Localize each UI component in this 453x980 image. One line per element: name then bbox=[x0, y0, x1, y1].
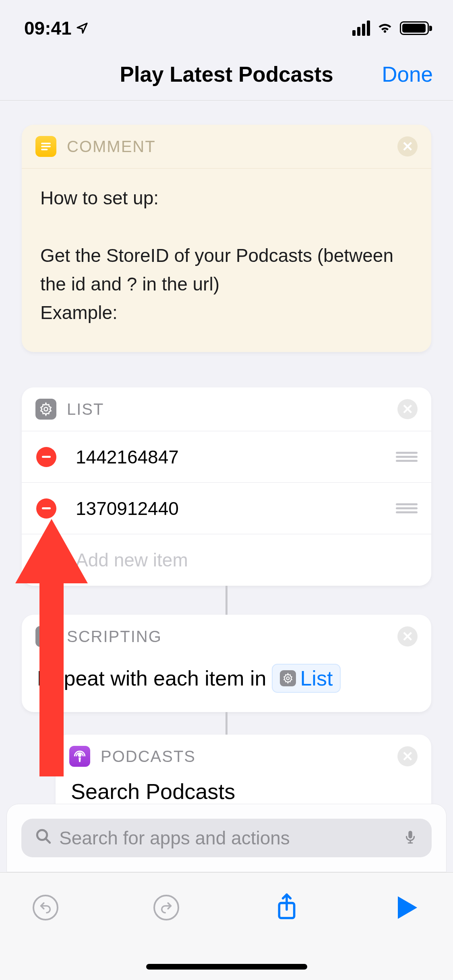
remove-item-button[interactable] bbox=[36, 447, 56, 467]
comment-label: COMMENT bbox=[67, 138, 156, 156]
svg-point-4 bbox=[44, 635, 48, 638]
wifi-icon bbox=[376, 21, 394, 35]
svg-point-5 bbox=[287, 677, 290, 680]
home-indicator bbox=[146, 964, 307, 970]
scripting-label: SCRIPTING bbox=[67, 628, 162, 646]
drag-handle-icon[interactable] bbox=[396, 452, 418, 462]
remove-search-podcasts-button[interactable]: ✕ bbox=[397, 746, 418, 766]
location-icon bbox=[76, 17, 89, 39]
redo-button[interactable] bbox=[152, 894, 180, 922]
cellular-icon bbox=[352, 21, 370, 36]
podcasts-label: PODCASTS bbox=[101, 747, 196, 766]
minus-icon bbox=[42, 456, 51, 458]
list-item-value[interactable]: 1442164847 bbox=[76, 446, 382, 468]
play-icon bbox=[398, 896, 417, 919]
undo-button[interactable] bbox=[31, 894, 60, 922]
svg-point-3 bbox=[44, 408, 48, 411]
remove-comment-button[interactable]: ✕ bbox=[397, 136, 418, 156]
list-action-card[interactable]: LIST ✕ 1442164847 1370912440 bbox=[22, 387, 431, 586]
list-item[interactable]: 1370912440 bbox=[22, 483, 431, 534]
search-icon bbox=[35, 827, 52, 849]
microphone-icon[interactable] bbox=[403, 828, 418, 848]
remove-list-button[interactable]: ✕ bbox=[397, 399, 418, 419]
add-item-row[interactable]: Add new item bbox=[22, 534, 431, 586]
pill-label: List bbox=[300, 666, 333, 690]
undo-icon bbox=[33, 895, 58, 920]
close-icon: ✕ bbox=[402, 401, 413, 417]
search-placeholder: Search for apps and actions bbox=[59, 827, 403, 849]
done-button[interactable]: Done bbox=[382, 62, 433, 86]
gear-icon bbox=[35, 626, 56, 647]
search-panel[interactable]: Search for apps and actions bbox=[6, 804, 447, 872]
share-button[interactable] bbox=[273, 894, 301, 922]
status-bar: 09:41 bbox=[0, 0, 453, 48]
repeat-action-card[interactable]: SCRIPTING ✕ Repeat with each item in Lis… bbox=[22, 615, 431, 712]
svg-rect-9 bbox=[408, 831, 412, 838]
gear-icon bbox=[280, 670, 296, 686]
minus-icon bbox=[42, 507, 51, 509]
comment-action-card[interactable]: COMMENT ✕ How to set up: Get the StoreID… bbox=[22, 125, 431, 352]
list-label: LIST bbox=[67, 400, 104, 418]
repeat-text: Repeat with each item in bbox=[37, 666, 266, 690]
list-item-value[interactable]: 1370912440 bbox=[76, 498, 382, 519]
redo-icon bbox=[153, 895, 179, 920]
remove-repeat-button[interactable]: ✕ bbox=[397, 626, 418, 646]
battery-icon bbox=[400, 21, 429, 35]
close-icon: ✕ bbox=[402, 628, 413, 644]
gear-icon bbox=[35, 399, 56, 420]
share-icon bbox=[275, 893, 298, 922]
add-item-placeholder: Add new item bbox=[76, 549, 418, 571]
search-field[interactable]: Search for apps and actions bbox=[21, 819, 432, 857]
connector-line bbox=[225, 712, 228, 735]
comment-text[interactable]: How to set up: Get the StoreID of your P… bbox=[22, 169, 431, 352]
status-time: 09:41 bbox=[24, 17, 72, 39]
comment-icon bbox=[35, 136, 56, 157]
connector-line bbox=[225, 586, 228, 615]
list-item[interactable]: 1442164847 bbox=[22, 431, 431, 483]
drag-handle-icon[interactable] bbox=[396, 503, 418, 513]
add-item-button[interactable] bbox=[36, 550, 56, 570]
page-title: Play Latest Podcasts bbox=[120, 62, 333, 86]
svg-point-6 bbox=[79, 754, 81, 757]
nav-bar: Play Latest Podcasts Done bbox=[0, 48, 453, 101]
remove-item-button[interactable] bbox=[36, 498, 56, 519]
podcasts-icon bbox=[69, 746, 90, 767]
svg-line-8 bbox=[46, 838, 50, 843]
close-icon: ✕ bbox=[402, 748, 413, 764]
run-button[interactable] bbox=[393, 894, 422, 922]
variable-pill[interactable]: List bbox=[272, 664, 341, 693]
close-icon: ✕ bbox=[402, 138, 413, 154]
